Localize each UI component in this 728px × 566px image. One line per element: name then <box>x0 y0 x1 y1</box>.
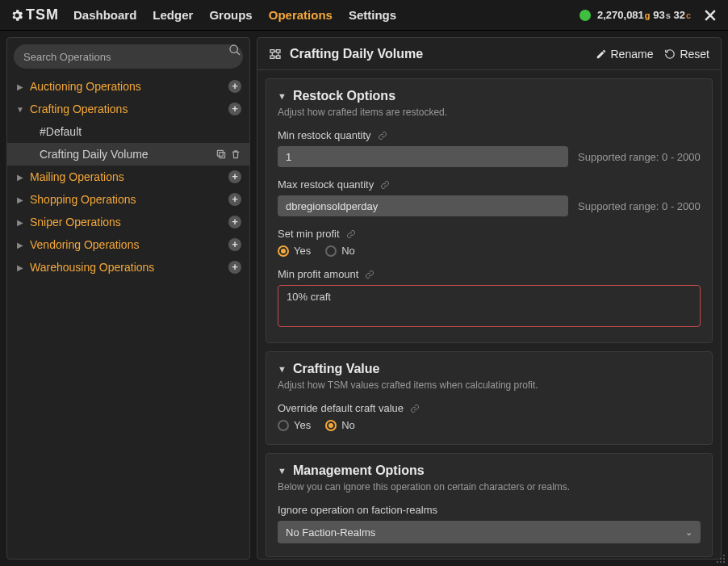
radio-icon <box>325 245 337 257</box>
link-icon[interactable] <box>410 404 420 413</box>
category-shopping[interactable]: ▶ Shopping Operations + <box>7 188 249 211</box>
add-icon[interactable]: + <box>228 261 241 274</box>
app-name: TSM <box>26 6 59 23</box>
search-icon <box>228 44 241 57</box>
search-input[interactable] <box>14 44 243 69</box>
topbar: TSM Dashboard Ledger Groups Operations S… <box>0 0 728 31</box>
operation-crafting-daily-volume[interactable]: Crafting Daily Volume <box>7 143 249 166</box>
crafting-value-section: ▼ Crafting Value Adjust how TSM values c… <box>266 351 713 445</box>
chevron-down-icon: ▼ <box>15 105 25 114</box>
field-label: Override default craft value <box>278 402 404 414</box>
min-profit-amount-field: Min profit amount <box>278 268 701 329</box>
add-icon[interactable]: + <box>228 193 241 206</box>
close-icon <box>702 7 718 23</box>
operation-title: Crafting Daily Volume <box>290 47 584 61</box>
management-section: ▼ Management Options Below you can ignor… <box>266 453 713 557</box>
category-vendoring[interactable]: ▶ Vendoring Operations + <box>7 233 249 256</box>
section-header[interactable]: ▼ Restock Options <box>278 89 701 103</box>
copper-amount: 32 <box>673 9 684 21</box>
range-hint: Supported range: 0 - 2000 <box>578 200 701 212</box>
reset-icon <box>664 48 676 60</box>
min-restock-field: Min restock quantity Supported range: 0 … <box>278 129 701 167</box>
field-label: Max restock quantity <box>278 178 374 191</box>
link-icon[interactable] <box>378 131 387 140</box>
section-header[interactable]: ▼ Crafting Value <box>278 362 701 376</box>
radio-yes[interactable]: Yes <box>278 245 311 257</box>
nav-ledger[interactable]: Ledger <box>153 8 193 22</box>
chevron-right-icon: ▶ <box>15 82 25 91</box>
category-crafting[interactable]: ▼ Crafting Operations + <box>7 98 249 120</box>
add-icon[interactable]: + <box>228 238 241 251</box>
category-label: Mailing Operations <box>30 170 228 183</box>
category-auctioning[interactable]: ▶ Auctioning Operations + <box>7 75 249 98</box>
resize-grip-icon[interactable] <box>713 551 726 564</box>
set-min-profit-field: Set min profit Yes No <box>278 228 701 257</box>
svg-rect-1 <box>220 153 225 158</box>
operation-label: Crafting Daily Volume <box>40 148 215 161</box>
nav-operations[interactable]: Operations <box>269 8 333 22</box>
operation-default[interactable]: #Default <box>7 120 249 143</box>
main-panel: Crafting Daily Volume Rename Reset ▼ Res… <box>257 37 722 560</box>
category-label: Auctioning Operations <box>30 80 228 93</box>
reset-button[interactable]: Reset <box>664 48 709 61</box>
nav-dashboard[interactable]: Dashboard <box>73 8 136 22</box>
category-sniper[interactable]: ▶ Sniper Operations + <box>7 211 249 233</box>
radio-label: Yes <box>294 419 311 431</box>
link-icon[interactable] <box>365 270 374 279</box>
main-body[interactable]: ▼ Restock Options Adjust how crafted ite… <box>257 70 721 559</box>
faction-realms-select[interactable]: No Faction-Realms ⌄ <box>278 521 701 543</box>
override-craft-value-field: Override default craft value Yes No <box>278 402 701 431</box>
add-icon[interactable]: + <box>228 103 241 115</box>
link-icon[interactable] <box>380 180 390 190</box>
field-label: Set min profit <box>278 228 340 240</box>
reset-label: Reset <box>680 48 709 61</box>
category-label: Warehousing Operations <box>30 261 228 274</box>
min-profit-amount-input[interactable] <box>278 285 701 327</box>
add-icon[interactable]: + <box>228 216 241 228</box>
pencil-icon <box>596 48 607 60</box>
field-label: Ignore operation on faction-realms <box>278 504 437 516</box>
operations-tree: ▶ Auctioning Operations + ▼ Crafting Ope… <box>7 75 249 559</box>
svg-point-0 <box>230 45 237 52</box>
section-title: Crafting Value <box>293 362 380 376</box>
chevron-down-icon: ▼ <box>278 364 287 374</box>
section-title: Management Options <box>293 463 425 478</box>
rename-button[interactable]: Rename <box>596 48 654 61</box>
workspace: ▶ Auctioning Operations + ▼ Crafting Ope… <box>0 31 728 566</box>
chevron-right-icon: ▶ <box>15 263 25 272</box>
nav-settings[interactable]: Settings <box>349 8 396 22</box>
chevron-right-icon: ▶ <box>15 195 25 204</box>
add-icon[interactable]: + <box>228 80 241 93</box>
radio-no[interactable]: No <box>325 419 355 431</box>
category-warehousing[interactable]: ▶ Warehousing Operations + <box>7 256 249 279</box>
add-icon[interactable]: + <box>228 170 241 183</box>
trash-icon[interactable] <box>230 149 241 160</box>
category-label: Shopping Operations <box>30 193 228 206</box>
radio-yes[interactable]: Yes <box>278 419 311 431</box>
section-header[interactable]: ▼ Management Options <box>278 463 701 478</box>
radio-label: No <box>341 419 355 431</box>
category-mailing[interactable]: ▶ Mailing Operations + <box>7 166 249 188</box>
main-nav: Dashboard Ledger Groups Operations Setti… <box>73 8 396 22</box>
min-restock-input[interactable] <box>278 146 568 167</box>
app-logo: TSM <box>10 6 59 23</box>
link-icon[interactable] <box>346 229 356 239</box>
category-label: Sniper Operations <box>30 216 228 228</box>
radio-icon <box>278 420 289 431</box>
chevron-down-icon: ▼ <box>278 466 287 476</box>
nav-groups[interactable]: Groups <box>209 8 252 22</box>
select-value: No Faction-Realms <box>286 526 375 539</box>
max-restock-field: Max restock quantity Supported range: 0 … <box>278 178 701 216</box>
status-indicator-icon <box>579 10 591 21</box>
svg-rect-3 <box>270 49 274 52</box>
radio-no[interactable]: No <box>325 245 355 257</box>
max-restock-input[interactable] <box>278 195 568 216</box>
section-title: Restock Options <box>293 89 395 103</box>
copy-icon[interactable] <box>215 149 227 160</box>
radio-label: No <box>341 245 355 257</box>
section-desc: Below you can ignore this operation on c… <box>278 481 701 493</box>
close-button[interactable] <box>702 7 718 23</box>
radio-icon <box>325 420 337 431</box>
gear-icon <box>10 8 24 23</box>
chevron-right-icon: ▶ <box>15 218 25 227</box>
